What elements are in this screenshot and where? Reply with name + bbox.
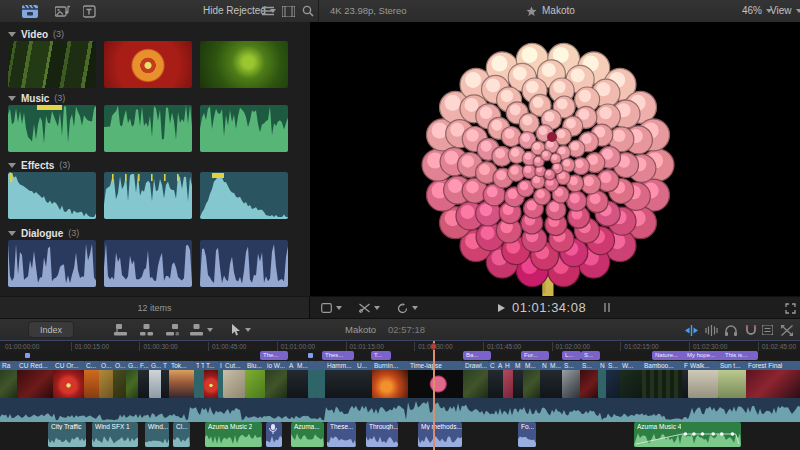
search-icon[interactable] bbox=[300, 0, 316, 22]
timeline-clip[interactable]: Hamm... bbox=[325, 361, 356, 398]
audio-clip[interactable]: Through... bbox=[366, 422, 398, 447]
overwrite-clip-icon[interactable] bbox=[188, 319, 214, 341]
timeline-clip[interactable]: Cut... bbox=[223, 361, 246, 398]
viewer-zoom-control[interactable]: 46% bbox=[742, 0, 772, 22]
timeline-clip[interactable]: Sun t... bbox=[718, 361, 747, 398]
timeline-marker-chip[interactable]: This is... bbox=[722, 351, 758, 360]
snapping-icon[interactable] bbox=[742, 319, 760, 341]
browser-clip-thumbnail[interactable] bbox=[8, 41, 96, 88]
timeline-marker-chip[interactable]: My hope... bbox=[684, 351, 725, 360]
titles-generators-sidebar-icon[interactable] bbox=[78, 0, 102, 22]
audio-clip[interactable]: Cl... bbox=[173, 422, 190, 447]
timeline-marker-chip[interactable]: T... bbox=[371, 351, 391, 360]
browser-clip-thumbnail[interactable] bbox=[8, 105, 96, 152]
playhead-handle[interactable] bbox=[430, 343, 437, 350]
timeline-clip[interactable]: io W... bbox=[265, 361, 288, 398]
timeline-clip[interactable]: CU Red... bbox=[17, 361, 54, 398]
disclosure-triangle-icon[interactable] bbox=[8, 231, 16, 236]
share-icon[interactable] bbox=[778, 319, 796, 341]
audio-clip[interactable]: Azuma... bbox=[291, 422, 324, 447]
append-clip-icon[interactable] bbox=[162, 319, 182, 341]
timeline-clip[interactable]: W... bbox=[620, 361, 643, 398]
timeline-appearance-icon[interactable] bbox=[760, 319, 774, 341]
timeline-clip[interactable]: Blu... bbox=[245, 361, 266, 398]
timeline-marker-chip[interactable]: Ba... bbox=[463, 351, 491, 360]
connect-clip-icon[interactable] bbox=[110, 319, 130, 341]
audio-skimming-icon[interactable] bbox=[702, 319, 720, 341]
audio-clip[interactable]: My methods... bbox=[418, 422, 462, 447]
timeline-clip[interactable]: Tok... bbox=[169, 361, 195, 398]
audio-meters-icon[interactable] bbox=[608, 303, 610, 312]
browser-clip-thumbnail[interactable] bbox=[200, 105, 288, 152]
timeline-clip[interactable]: S... bbox=[580, 361, 599, 398]
timeline-marker-chip[interactable]: The... bbox=[260, 351, 288, 360]
timeline-clip[interactable]: M... bbox=[548, 361, 563, 398]
timeline-clip[interactable]: S... bbox=[606, 361, 621, 398]
timeline-clip[interactable]: M... bbox=[295, 361, 309, 398]
audio-clip[interactable]: These... bbox=[327, 422, 356, 447]
skimming-icon[interactable] bbox=[682, 319, 700, 341]
audio-clip[interactable]: City Traffic bbox=[48, 422, 86, 447]
audio-clip[interactable]: Azuma Music 4 bbox=[634, 422, 741, 447]
browser-clip-thumbnail[interactable] bbox=[104, 41, 192, 88]
browser-clip-thumbnail[interactable] bbox=[104, 240, 192, 287]
disclosure-triangle-icon[interactable] bbox=[8, 96, 16, 101]
timeline-clip[interactable]: Walk... bbox=[688, 361, 719, 398]
solo-icon[interactable] bbox=[722, 319, 740, 341]
timeline-clip[interactable]: Burnin... bbox=[372, 361, 409, 398]
audio-clip[interactable]: Wind SFX 1 bbox=[92, 422, 138, 447]
filmstrip-view-icon[interactable] bbox=[280, 0, 296, 22]
timeline-clip[interactable]: U... bbox=[355, 361, 373, 398]
browser-clip-thumbnail[interactable] bbox=[8, 240, 96, 287]
timeline-clip[interactable]: Ra bbox=[0, 361, 18, 398]
timeline-clip[interactable]: O... bbox=[113, 361, 127, 398]
timeline-marker-chip[interactable]: For... bbox=[521, 351, 549, 360]
browser-clip-thumbnail[interactable] bbox=[104, 172, 192, 219]
viewer-view-menu[interactable]: View bbox=[770, 0, 800, 22]
fullscreen-icon[interactable] bbox=[782, 297, 798, 319]
timeline-marker-chip[interactable]: S... bbox=[581, 351, 600, 360]
playhead[interactable] bbox=[433, 341, 435, 450]
media-import-icon[interactable] bbox=[18, 0, 42, 22]
retime-button[interactable] bbox=[396, 297, 418, 319]
timeline-clip[interactable]: Drawi... bbox=[463, 361, 489, 398]
audio-clip[interactable]: Azuma Music 2 bbox=[205, 422, 262, 447]
timeline-clip[interactable]: T... bbox=[204, 361, 219, 398]
timeline-marker-chip[interactable]: L... bbox=[562, 351, 581, 360]
index-button[interactable]: Index bbox=[28, 321, 74, 338]
zoom-fit-button[interactable] bbox=[320, 297, 342, 319]
disclosure-triangle-icon[interactable] bbox=[8, 32, 16, 37]
timeline-clip[interactable]: C... bbox=[84, 361, 100, 398]
browser-clip-thumbnail[interactable] bbox=[104, 105, 192, 152]
browser-clip-thumbnail[interactable] bbox=[200, 240, 288, 287]
audio-clip[interactable] bbox=[266, 422, 282, 447]
timeline-clip[interactable]: Bamboo... bbox=[642, 361, 683, 398]
insert-clip-icon[interactable] bbox=[136, 319, 156, 341]
audio-clip[interactable]: Fo... bbox=[518, 422, 536, 447]
tool-select-arrow-icon[interactable] bbox=[228, 319, 254, 341]
viewer-timecode[interactable]: 01:01:34:08 bbox=[512, 300, 586, 315]
section-header-effects[interactable]: Effects(3) bbox=[8, 159, 70, 171]
timeline-clip[interactable]: CU Or... bbox=[53, 361, 85, 398]
timeline-clip[interactable]: Forest Final bbox=[746, 361, 800, 398]
clip-appearance-icon[interactable] bbox=[260, 0, 276, 22]
timeline-clip[interactable]: S... bbox=[562, 361, 581, 398]
audio-clip[interactable]: Wind... bbox=[145, 422, 169, 447]
timeline-marker-icon[interactable] bbox=[25, 353, 30, 358]
timeline-marker-chip[interactable]: Thes... bbox=[322, 351, 354, 360]
timeline-clip[interactable]: O... bbox=[99, 361, 114, 398]
play-button[interactable] bbox=[498, 304, 505, 312]
timeline-project-name[interactable]: Makoto bbox=[345, 319, 376, 341]
tools-button[interactable] bbox=[358, 297, 380, 319]
section-header-video[interactable]: Video(3) bbox=[8, 28, 64, 40]
timeline-marker-icon[interactable] bbox=[308, 353, 313, 358]
disclosure-triangle-icon[interactable] bbox=[8, 163, 16, 168]
section-header-dialogue[interactable]: Dialogue(3) bbox=[8, 227, 79, 239]
browser-clip-thumbnail[interactable] bbox=[200, 172, 288, 219]
timeline-clip[interactable]: M... bbox=[523, 361, 541, 398]
timeline-clip[interactable]: Time-lapse bbox=[408, 361, 464, 398]
timeline-marker-chip[interactable]: Nature... bbox=[652, 351, 687, 360]
audio-meters-icon[interactable] bbox=[604, 303, 606, 312]
photos-audio-sidebar-icon[interactable] bbox=[50, 0, 74, 22]
section-header-music[interactable]: Music(3) bbox=[8, 92, 65, 104]
